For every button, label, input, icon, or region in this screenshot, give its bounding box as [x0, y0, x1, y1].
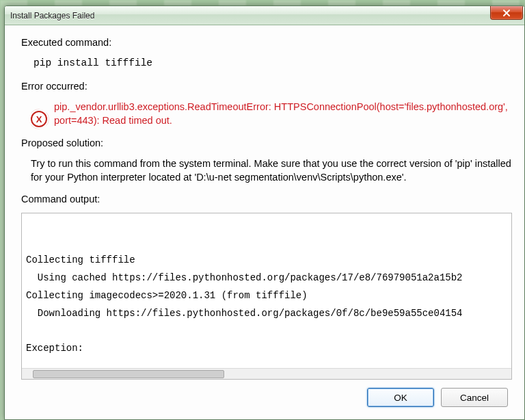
error-block: X pip._vendor.urllib3.exceptions.ReadTim… — [31, 100, 512, 128]
error-message: pip._vendor.urllib3.exceptions.ReadTimeo… — [54, 100, 512, 128]
close-button[interactable] — [490, 6, 523, 20]
error-icon: X — [31, 111, 47, 127]
proposed-solution-label: Proposed solution: — [21, 137, 512, 148]
horizontal-scrollbar[interactable] — [22, 368, 511, 379]
dialog-buttons: OK Cancel — [21, 380, 512, 414]
dialog-window: Install Packages Failed Executed command… — [4, 5, 525, 420]
proposed-solution-text: Try to run this command from the system … — [31, 157, 512, 185]
cancel-button[interactable]: Cancel — [441, 388, 508, 407]
command-output-label: Command output: — [21, 194, 512, 205]
titlebar: Install Packages Failed — [5, 6, 524, 25]
error-occurred-label: Error occurred: — [21, 81, 512, 92]
dialog-content: Executed command: pip install tifffile E… — [5, 25, 524, 419]
command-output-box[interactable]: Collecting tifffile Using cached https:/… — [21, 213, 512, 380]
command-output-text: Collecting tifffile Using cached https:/… — [22, 252, 511, 358]
executed-command-label: Executed command: — [21, 37, 512, 48]
ok-button[interactable]: OK — [367, 388, 434, 407]
scrollbar-thumb[interactable] — [33, 370, 224, 378]
window-title: Install Packages Failed — [10, 11, 94, 21]
close-icon — [502, 9, 511, 17]
executed-command-value: pip install tifffile — [33, 57, 512, 68]
